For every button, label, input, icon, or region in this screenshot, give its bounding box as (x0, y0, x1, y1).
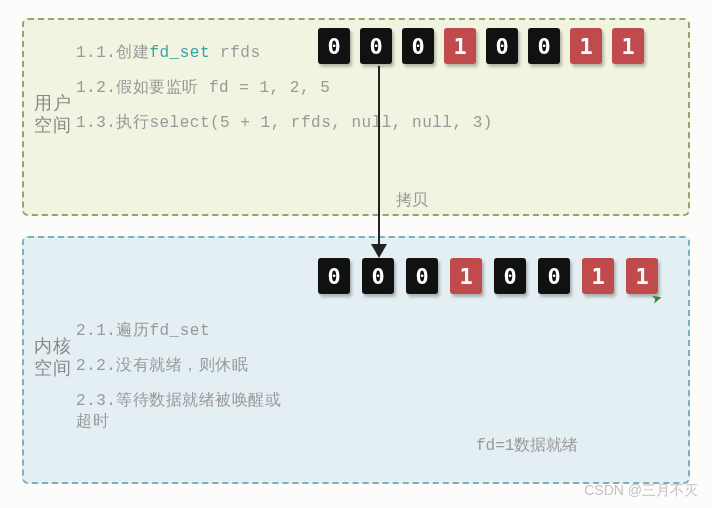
step-2-2: 2.2.没有就绪，则休眠 (76, 355, 678, 376)
copy-arrow (378, 66, 380, 256)
bit-cell: 0 (494, 258, 526, 294)
bit-cell: 1 (612, 28, 644, 64)
user-space-label: 用户空间 (34, 93, 76, 138)
bit-cell: 0 (486, 28, 518, 64)
bit-cell: 0 (402, 28, 434, 64)
bit-cell: 0 (360, 28, 392, 64)
bit-cell: 1 (570, 28, 602, 64)
bit-cell: 0 (538, 258, 570, 294)
bit-cell: 1 (444, 28, 476, 64)
user-bit-array: 0 0 0 1 0 0 1 1 (318, 28, 644, 64)
bit-cell: 0 (528, 28, 560, 64)
watermark: CSDN @三月不灭 (584, 482, 698, 500)
bit-cell: 0 (318, 28, 350, 64)
step-1-1-post: rfds (210, 44, 261, 62)
bit-cell: 0 (362, 258, 394, 294)
bit-cell: 1 (450, 258, 482, 294)
kernel-space-label: 内核空间 (34, 336, 76, 381)
fd-ready-label: fd=1数据就绪 (476, 435, 578, 456)
fdset-keyword: fd_set (149, 44, 210, 62)
bit-cell: 0 (406, 258, 438, 294)
step-1-3: 1.3.执行select(5 + 1, rfds, null, null, 3) (76, 112, 678, 133)
bit-cell: 0 (318, 258, 350, 294)
kernel-bit-array: 0 0 0 1 0 0 1 1 (318, 258, 658, 294)
step-2-3: 2.3.等待数据就绪被唤醒或超时 (76, 390, 296, 432)
step-1-2: 1.2.假如要监听 fd = 1, 2, 5 (76, 77, 678, 98)
bit-cell: 1 (582, 258, 614, 294)
step-2-1: 2.1.遍历fd_set (76, 320, 678, 341)
copy-label: 拷贝 (396, 190, 428, 211)
step-1-1-pre: 1.1.创建 (76, 44, 149, 62)
